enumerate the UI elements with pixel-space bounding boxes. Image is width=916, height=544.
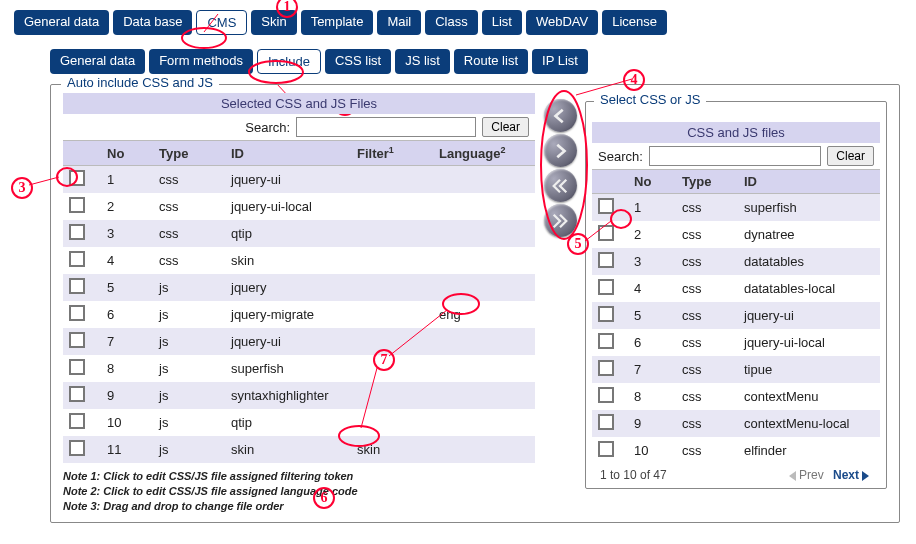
cell-lang[interactable] <box>433 355 535 382</box>
table-row[interactable]: 8jssuperfish <box>63 355 535 382</box>
table-row[interactable]: 7csstipue <box>592 356 880 383</box>
cell-filter[interactable] <box>351 193 433 220</box>
next-icon[interactable] <box>862 471 869 481</box>
cell-lang[interactable] <box>433 382 535 409</box>
move-all-right-button[interactable] <box>544 204 577 237</box>
table-row[interactable]: 6jsjquery-migrateeng <box>63 301 535 328</box>
cell-filter[interactable] <box>351 274 433 301</box>
col-no[interactable]: No <box>101 141 153 166</box>
table-row[interactable]: 2cssdynatree <box>592 221 880 248</box>
table-row[interactable]: 1cssjquery-ui <box>63 166 535 194</box>
top-tab-data-base[interactable]: Data base <box>113 10 192 35</box>
col-id[interactable]: ID <box>225 141 351 166</box>
row-checkbox[interactable] <box>598 441 614 457</box>
cell-lang[interactable]: eng <box>433 301 535 328</box>
table-row[interactable]: 9csscontextMenu-local <box>592 410 880 437</box>
row-checkbox[interactable] <box>598 333 614 349</box>
next-link[interactable]: Next <box>833 468 859 482</box>
sub-tab-css-list[interactable]: CSS list <box>325 49 391 74</box>
rcol-type[interactable]: Type <box>676 170 738 194</box>
row-checkbox[interactable] <box>598 306 614 322</box>
cell-filter[interactable] <box>351 166 433 194</box>
top-tab-skin[interactable]: Skin <box>251 10 296 35</box>
prev-icon[interactable] <box>789 471 796 481</box>
clear-button-left[interactable]: Clear <box>482 117 529 137</box>
top-tab-template[interactable]: Template <box>301 10 374 35</box>
row-checkbox[interactable] <box>598 279 614 295</box>
table-row[interactable]: 8csscontextMenu <box>592 383 880 410</box>
top-tab-webdav[interactable]: WebDAV <box>526 10 598 35</box>
row-checkbox[interactable] <box>69 278 85 294</box>
col-filter[interactable]: Filter1 <box>351 141 433 166</box>
clear-button-right[interactable]: Clear <box>827 146 874 166</box>
table-row[interactable]: 10jsqtip <box>63 409 535 436</box>
row-checkbox[interactable] <box>598 198 614 214</box>
cell-filter[interactable] <box>351 355 433 382</box>
table-row[interactable]: 5jsjquery <box>63 274 535 301</box>
cell-filter[interactable] <box>351 382 433 409</box>
move-left-button[interactable] <box>544 99 577 132</box>
search-input-left[interactable] <box>296 117 476 137</box>
table-row[interactable]: 7jsjquery-ui <box>63 328 535 355</box>
row-checkbox[interactable] <box>598 414 614 430</box>
row-checkbox[interactable] <box>69 170 85 186</box>
prev-link[interactable]: Prev <box>799 468 824 482</box>
cell-filter[interactable] <box>351 220 433 247</box>
table-row[interactable]: 4cssskin <box>63 247 535 274</box>
row-checkbox[interactable] <box>598 387 614 403</box>
sub-tab-js-list[interactable]: JS list <box>395 49 450 74</box>
row-checkbox[interactable] <box>598 225 614 241</box>
cell-lang[interactable] <box>433 328 535 355</box>
move-all-left-button[interactable] <box>544 169 577 202</box>
cell-filter[interactable]: skin <box>351 436 433 463</box>
table-row[interactable]: 9jssyntaxhighlighter <box>63 382 535 409</box>
sub-tab-ip-list[interactable]: IP List <box>532 49 588 74</box>
cell-lang[interactable] <box>433 193 535 220</box>
top-tab-license[interactable]: License <box>602 10 667 35</box>
move-right-button[interactable] <box>544 134 577 167</box>
row-checkbox[interactable] <box>69 251 85 267</box>
cell-filter[interactable] <box>351 247 433 274</box>
table-row[interactable]: 4cssdatatables-local <box>592 275 880 302</box>
top-tab-class[interactable]: Class <box>425 10 478 35</box>
cell-lang[interactable] <box>433 220 535 247</box>
rcol-no[interactable]: No <box>628 170 676 194</box>
sub-tab-include[interactable]: Include <box>257 49 321 74</box>
row-checkbox[interactable] <box>69 224 85 240</box>
row-checkbox[interactable] <box>69 386 85 402</box>
top-tab-cms[interactable]: CMS <box>196 10 247 35</box>
table-row[interactable]: 5cssjquery-ui <box>592 302 880 329</box>
table-row[interactable]: 6cssjquery-ui-local <box>592 329 880 356</box>
row-checkbox[interactable] <box>69 440 85 456</box>
row-checkbox[interactable] <box>69 359 85 375</box>
row-checkbox[interactable] <box>69 305 85 321</box>
row-checkbox[interactable] <box>69 413 85 429</box>
rcol-id[interactable]: ID <box>738 170 880 194</box>
top-tab-general-data[interactable]: General data <box>14 10 109 35</box>
cell-lang[interactable] <box>433 247 535 274</box>
cell-filter[interactable] <box>351 301 433 328</box>
row-checkbox[interactable] <box>598 252 614 268</box>
row-checkbox[interactable] <box>598 360 614 376</box>
table-row[interactable]: 11jsskinskin <box>63 436 535 463</box>
top-tab-list[interactable]: List <box>482 10 522 35</box>
table-row[interactable]: 3cssdatatables <box>592 248 880 275</box>
cell-filter[interactable] <box>351 328 433 355</box>
row-checkbox[interactable] <box>69 332 85 348</box>
cell-lang[interactable] <box>433 274 535 301</box>
cell-filter[interactable] <box>351 409 433 436</box>
col-lang[interactable]: Language2 <box>433 141 535 166</box>
sub-tab-general-data[interactable]: General data <box>50 49 145 74</box>
sub-tab-form-methods[interactable]: Form methods <box>149 49 253 74</box>
table-row[interactable]: 1csssuperfish <box>592 194 880 222</box>
table-row[interactable]: 2cssjquery-ui-local <box>63 193 535 220</box>
cell-lang[interactable] <box>433 166 535 194</box>
search-input-right[interactable] <box>649 146 822 166</box>
cell-lang[interactable] <box>433 436 535 463</box>
col-type[interactable]: Type <box>153 141 225 166</box>
top-tab-mail[interactable]: Mail <box>377 10 421 35</box>
sub-tab-route-list[interactable]: Route list <box>454 49 528 74</box>
table-row[interactable]: 3cssqtip <box>63 220 535 247</box>
cell-lang[interactable] <box>433 409 535 436</box>
row-checkbox[interactable] <box>69 197 85 213</box>
